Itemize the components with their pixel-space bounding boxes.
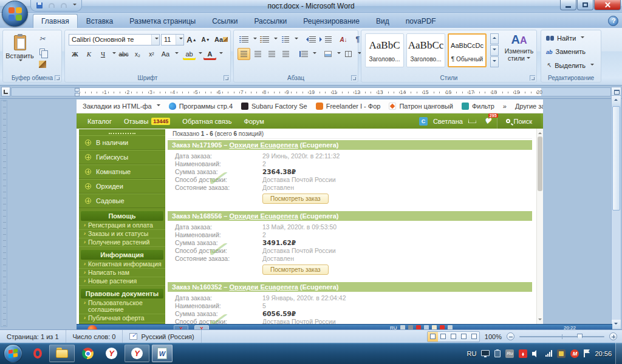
nav-item-Форум[interactable]: Форум bbox=[244, 118, 264, 125]
sidebar-link[interactable]: Заказы и их статусы bbox=[79, 230, 165, 238]
zoom-out-button[interactable] bbox=[507, 332, 514, 340]
tab-Вставка[interactable]: Вставка bbox=[78, 15, 121, 28]
select-button[interactable]: Выделить bbox=[546, 61, 594, 69]
superscript-button[interactable]: x² bbox=[145, 48, 158, 60]
scroll-down-button[interactable] bbox=[612, 320, 621, 329]
view-reading-button[interactable] bbox=[438, 332, 448, 342]
sidebar-item-Комнатные[interactable]: Комнатные bbox=[79, 164, 165, 179]
style-card[interactable]: AaBbCЗаголово... bbox=[365, 33, 404, 67]
change-styles-button[interactable]: AA Изменить стили bbox=[502, 33, 536, 62]
sidebar-link[interactable]: Публичная оферта bbox=[79, 314, 165, 323]
scroll-down-icon[interactable] bbox=[538, 318, 542, 322]
avatar[interactable]: C bbox=[419, 117, 428, 126]
scroll-thumb[interactable] bbox=[612, 106, 620, 211]
dialog-launcher-icon[interactable] bbox=[55, 75, 60, 81]
close-button[interactable] bbox=[594, 0, 621, 10]
tray-language[interactable]: RU bbox=[467, 350, 477, 357]
start-button[interactable] bbox=[4, 344, 22, 363]
taskbar-explorer-button[interactable] bbox=[49, 345, 75, 362]
taskbar-yandex-button[interactable] bbox=[101, 345, 122, 362]
bookmark-item[interactable]: Subaru Factory Se bbox=[241, 103, 307, 110]
taskbar-word-button[interactable] bbox=[152, 345, 173, 362]
change-case-button[interactable]: Aa bbox=[159, 48, 172, 60]
copy-button[interactable] bbox=[36, 46, 49, 58]
update-icon[interactable] bbox=[494, 350, 501, 357]
strikethrough-button[interactable]: abc bbox=[117, 48, 130, 60]
vertical-ruler[interactable] bbox=[1, 100, 7, 327]
style-card[interactable]: AaBbCcDc¶ Обычный bbox=[448, 33, 487, 67]
scroll-up-icon[interactable] bbox=[538, 130, 542, 134]
sidebar-link[interactable]: Новые растения bbox=[79, 277, 165, 286]
bookmark-item[interactable]: Другие закладки bbox=[515, 103, 543, 110]
numbering-button[interactable] bbox=[258, 33, 271, 46]
dialog-launcher-icon[interactable] bbox=[224, 75, 229, 81]
sidebar-link[interactable]: Получение растений bbox=[79, 238, 165, 247]
indent-marker[interactable] bbox=[75, 93, 80, 96]
tab-novaPDF[interactable]: novaPDF bbox=[398, 15, 444, 28]
sidebar-item-Орхидеи[interactable]: Орхидеи bbox=[79, 179, 165, 194]
tab-Рассылки[interactable]: Рассылки bbox=[246, 15, 295, 28]
tray-clock[interactable]: 20:56 bbox=[595, 350, 612, 357]
mailru-icon[interactable] bbox=[570, 349, 579, 358]
align-center-button[interactable] bbox=[251, 48, 264, 60]
taskbar-yandex2-button[interactable] bbox=[125, 345, 149, 362]
decrease-indent-button[interactable] bbox=[302, 33, 317, 46]
view-web-layout-button[interactable] bbox=[448, 332, 459, 342]
align-left-button[interactable] bbox=[238, 48, 250, 60]
bookmark-item[interactable]: Freelander I - Фор bbox=[316, 103, 381, 110]
word-scrollbar[interactable] bbox=[611, 87, 621, 329]
action-center-flag-icon[interactable] bbox=[584, 349, 590, 357]
font-size-select[interactable]: 11 bbox=[161, 34, 184, 46]
office-button[interactable] bbox=[2, 1, 28, 27]
format-painter-button[interactable] bbox=[36, 58, 49, 70]
nav-item-Обратная связь[interactable]: Обратная связь bbox=[182, 118, 231, 125]
word-count[interactable]: Число слов: 0 bbox=[66, 330, 123, 343]
zoom-level[interactable]: 100% bbox=[485, 333, 502, 340]
dialog-launcher-icon[interactable] bbox=[351, 75, 357, 81]
grow-font-button[interactable]: А▲ bbox=[185, 33, 198, 46]
punto-icon[interactable]: Ru bbox=[505, 349, 514, 358]
bold-button[interactable]: Ж bbox=[69, 48, 81, 60]
line-spacing-button[interactable] bbox=[297, 48, 310, 60]
sidebar-link[interactable]: Регистрация и оплата bbox=[79, 221, 165, 230]
notes-icon[interactable] bbox=[557, 349, 566, 358]
zoom-slider[interactable] bbox=[519, 336, 604, 337]
styles-scroll-up-button[interactable] bbox=[490, 33, 499, 44]
shrink-font-button[interactable]: А▼ bbox=[199, 33, 212, 46]
nav-item-Отзывы[interactable]: Отзывы13445 bbox=[124, 118, 170, 125]
tab-Вид[interactable]: Вид bbox=[368, 15, 397, 28]
taskbar-opera-button[interactable] bbox=[29, 345, 47, 362]
browser-scrollbar[interactable] bbox=[536, 129, 543, 324]
language-segment[interactable]: Русский (Россия) bbox=[123, 330, 201, 343]
justify-button[interactable] bbox=[279, 48, 292, 60]
highlight-button[interactable]: ab bbox=[183, 48, 196, 60]
network-icon[interactable] bbox=[545, 350, 552, 357]
increase-indent-button[interactable] bbox=[318, 33, 333, 46]
tab-selector[interactable] bbox=[1, 87, 10, 96]
italic-button[interactable]: К bbox=[83, 48, 95, 60]
maximize-button[interactable] bbox=[577, 0, 593, 10]
bookmark-item[interactable]: Фильтр bbox=[462, 103, 494, 110]
horizontal-ruler[interactable]: 1234567891011121314151617181920 bbox=[11, 87, 611, 96]
view-draft-button[interactable] bbox=[469, 332, 479, 342]
cut-button[interactable] bbox=[36, 33, 49, 45]
tab-Разметка страницы[interactable]: Разметка страницы bbox=[121, 15, 203, 28]
minimize-button[interactable] bbox=[560, 0, 576, 10]
tab-Ссылки[interactable]: Ссылки bbox=[204, 15, 245, 28]
order-link[interactable]: Орхидеи Ecuagenera bbox=[230, 283, 298, 291]
sort-button[interactable] bbox=[337, 33, 350, 46]
clear-formatting-button[interactable]: Aa bbox=[213, 33, 229, 46]
browser-scroll-thumb[interactable] bbox=[538, 136, 542, 191]
show-desktop-button[interactable] bbox=[615, 343, 622, 364]
bookmark-item[interactable]: » bbox=[503, 103, 507, 110]
sidebar-link[interactable]: Пользовательское соглашение bbox=[79, 299, 165, 314]
indent-marker[interactable] bbox=[75, 88, 80, 92]
multilevel-list-button[interactable] bbox=[279, 33, 292, 46]
display-icon[interactable] bbox=[481, 350, 490, 356]
zoom-thumb[interactable] bbox=[577, 334, 583, 340]
sidebar-item-Гибискусы[interactable]: Гибискусы bbox=[79, 150, 165, 164]
ruler-toggle-button[interactable] bbox=[612, 87, 621, 96]
user-name[interactable]: Светлана bbox=[433, 118, 463, 125]
paste-button[interactable]: Вставить bbox=[6, 32, 33, 73]
find-button[interactable]: Найти bbox=[546, 35, 584, 42]
